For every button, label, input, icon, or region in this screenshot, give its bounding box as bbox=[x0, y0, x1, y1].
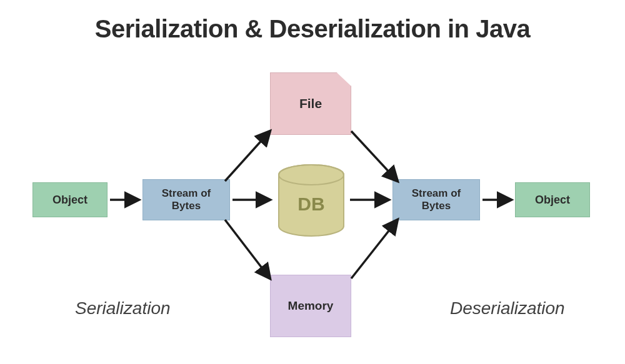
node-label: Object bbox=[535, 194, 570, 207]
caption-deserialization: Deserialization bbox=[450, 298, 565, 318]
arrow-memory-to-stream bbox=[351, 220, 398, 278]
node-label: Stream of Bytes bbox=[412, 187, 461, 212]
node-object-right: Object bbox=[515, 182, 590, 217]
node-memory: Memory bbox=[270, 275, 351, 337]
arrow-stream-to-file bbox=[225, 131, 270, 181]
caption-serialization: Serialization bbox=[75, 298, 171, 318]
node-label: File bbox=[299, 96, 322, 111]
diagram-stage: Serialization & Deserialization in Java … bbox=[0, 0, 625, 364]
node-label: Memory bbox=[288, 299, 334, 313]
page-title: Serialization & Deserialization in Java bbox=[0, 15, 625, 43]
node-label: Object bbox=[52, 194, 88, 207]
node-db: DB bbox=[274, 164, 349, 239]
node-stream-left: Stream of Bytes bbox=[142, 179, 230, 220]
node-stream-right: Stream of Bytes bbox=[392, 179, 480, 220]
node-object-left: Object bbox=[32, 182, 108, 217]
arrow-file-to-stream bbox=[351, 131, 398, 181]
node-file: File bbox=[270, 72, 351, 135]
arrow-stream-to-memory bbox=[225, 220, 270, 278]
node-label: Stream of Bytes bbox=[162, 187, 211, 212]
node-label: DB bbox=[274, 194, 349, 215]
